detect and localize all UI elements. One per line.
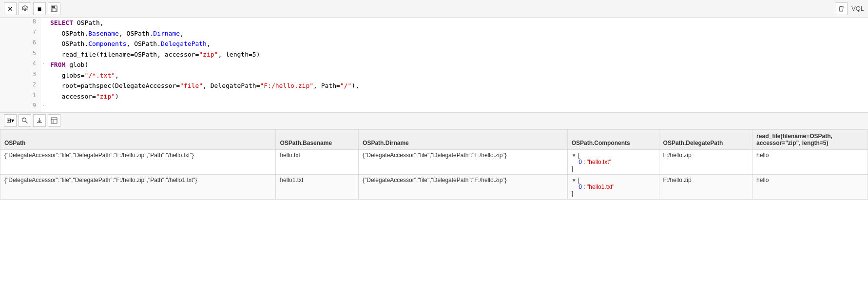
line-number: 9 xyxy=(0,102,40,112)
table-row: {"DelegateAccessor":"file","DelegatePath… xyxy=(0,149,868,174)
line-indicator xyxy=(40,49,46,60)
line-content[interactable]: root=pathspec(DelegateAccessor="file", D… xyxy=(46,81,868,91)
vql-label: VQL xyxy=(851,5,864,12)
code-editor: 8 SELECT OSPath, 7 OSPath.Basename, OSPa… xyxy=(0,18,868,113)
toolbar-right: VQL xyxy=(835,2,864,15)
line-indicator xyxy=(40,70,46,81)
line-indicator xyxy=(40,39,46,49)
line-indicator: · xyxy=(40,60,46,70)
expand-icon[interactable]: ▼ xyxy=(572,153,577,158)
cell-readfile: hello xyxy=(752,174,868,199)
code-line-9: 9 · xyxy=(0,102,868,112)
line-number: 2 xyxy=(0,81,40,91)
cell-components: ▼ [ 0 : "hello1.txt" ] xyxy=(567,174,659,199)
array-content: 0 : "hello.txt" xyxy=(576,159,611,165)
col-ospath: OSPath xyxy=(0,129,276,149)
line-content[interactable]: FROM glob( xyxy=(46,60,868,70)
array-value: "hello.txt" xyxy=(587,159,611,165)
cell-basename: hello.txt xyxy=(276,149,359,174)
cell-delegatepath: F:/hello.zip xyxy=(659,174,752,199)
svg-rect-1 xyxy=(52,6,55,8)
svg-rect-2 xyxy=(52,9,56,11)
line-indicator xyxy=(40,18,46,28)
code-line-5: 5 read_file(filename=OSPath, accessor="z… xyxy=(0,49,868,60)
line-content[interactable]: OSPath.Components, OSPath.DelegatePath, xyxy=(46,39,868,49)
line-number: 8 xyxy=(0,18,40,28)
line-number: 5 xyxy=(0,49,40,60)
top-toolbar: ✕ ■ VQL xyxy=(0,0,868,18)
cell-delegatepath: F:/hello.zip xyxy=(659,149,752,174)
settings-button[interactable] xyxy=(19,2,31,15)
cell-dirname: {"DelegateAccessor":"file","DelegatePath… xyxy=(359,149,568,174)
table-header-row: OSPath OSPath.Basename OSPath.Dirname OS… xyxy=(0,129,868,149)
cell-readfile: hello xyxy=(752,149,868,174)
bottom-toolbar: ⊞▾ xyxy=(0,113,868,129)
array-content: 0 : "hello1.txt" xyxy=(576,184,615,190)
line-indicator: · xyxy=(40,102,46,112)
line-indicator xyxy=(40,28,46,39)
code-line-2: 2 root=pathspec(DelegateAccessor="file",… xyxy=(0,81,868,91)
close-button[interactable]: ✕ xyxy=(4,2,17,15)
table-row: {"DelegateAccessor":"file","DelegatePath… xyxy=(0,174,868,199)
line-content[interactable] xyxy=(46,102,868,112)
line-number: 6 xyxy=(0,39,40,49)
cell-components: ▼ [ 0 : "hello.txt" ] xyxy=(567,149,659,174)
array-index: 0 xyxy=(579,159,582,165)
bracket-close: ] xyxy=(572,190,573,197)
expand-icon[interactable]: ▼ xyxy=(572,178,577,183)
svg-point-3 xyxy=(22,118,26,122)
col-readfile: read_file(filename=OSPath, accessor="zip… xyxy=(752,129,868,149)
results-table: OSPath OSPath.Basename OSPath.Dirname OS… xyxy=(0,129,868,200)
export-button[interactable] xyxy=(48,114,60,127)
line-content[interactable]: globs="/*.txt", xyxy=(46,70,868,81)
code-line-6: 6 OSPath.Components, OSPath.DelegatePath… xyxy=(0,39,868,49)
bracket-open: [ xyxy=(578,152,579,159)
line-indicator xyxy=(40,81,46,91)
cell-ospath: {"DelegateAccessor":"file","DelegatePath… xyxy=(0,149,276,174)
line-number: 7 xyxy=(0,28,40,39)
col-basename: OSPath.Basename xyxy=(276,129,359,149)
search-button[interactable] xyxy=(19,114,31,127)
download-button[interactable] xyxy=(33,114,46,127)
save-button[interactable] xyxy=(48,2,60,15)
cell-ospath: {"DelegateAccessor":"file","DelegatePath… xyxy=(0,174,276,199)
results-area: OSPath OSPath.Basename OSPath.Dirname OS… xyxy=(0,129,868,200)
line-number: 4 xyxy=(0,60,40,70)
bracket-open: [ xyxy=(578,177,579,184)
code-line-7: 7 OSPath.Basename, OSPath.Dirname, xyxy=(0,28,868,39)
table-view-button[interactable]: ⊞▾ xyxy=(4,114,17,127)
array-value: "hello1.txt" xyxy=(587,184,615,190)
svg-rect-6 xyxy=(51,118,57,123)
code-line-8: 8 SELECT OSPath, xyxy=(0,18,868,28)
line-content[interactable]: OSPath.Basename, OSPath.Dirname, xyxy=(46,28,868,39)
line-content[interactable]: accessor="zip") xyxy=(46,91,868,102)
line-content[interactable]: SELECT OSPath, xyxy=(46,18,868,28)
bracket-close: ] xyxy=(572,165,573,172)
cell-dirname: {"DelegateAccessor":"file","DelegatePath… xyxy=(359,174,568,199)
code-lines: 8 SELECT OSPath, 7 OSPath.Basename, OSPa… xyxy=(0,18,868,112)
line-number: 3 xyxy=(0,70,40,81)
code-line-4: 4 · FROM glob( xyxy=(0,60,868,70)
line-number: 1 xyxy=(0,91,40,102)
col-delegatepath: OSPath.DelegatePath xyxy=(659,129,752,149)
cell-basename: hello1.txt xyxy=(276,174,359,199)
array-index: 0 xyxy=(579,184,582,190)
svg-line-4 xyxy=(26,122,28,123)
line-content[interactable]: read_file(filename=OSPath, accessor="zip… xyxy=(46,49,868,60)
code-line-1: 1 accessor="zip") xyxy=(0,91,868,102)
code-line-3: 3 globs="/*.txt", xyxy=(0,70,868,81)
trash-button[interactable] xyxy=(835,2,848,15)
col-dirname: OSPath.Dirname xyxy=(359,129,568,149)
col-components: OSPath.Components xyxy=(567,129,659,149)
line-indicator xyxy=(40,91,46,102)
stop-button[interactable]: ■ xyxy=(33,2,46,15)
